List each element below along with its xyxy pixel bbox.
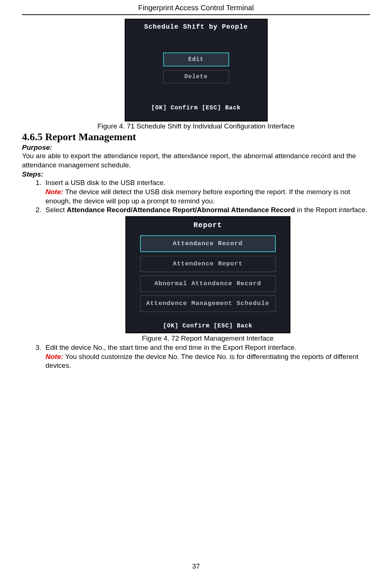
page-number: 37 — [0, 562, 392, 570]
step-2-post: in the Report interface. — [295, 206, 367, 214]
step-3: Edit the device No., the start time and … — [43, 343, 370, 370]
device-footer-hint: [OK] Confirm [ESC] Back — [126, 316, 290, 333]
device-screenshot-report: Report Attendance Record Attendence Repo… — [125, 216, 290, 333]
edit-button[interactable]: Edit — [163, 52, 229, 66]
device-footer-hint: [OK] Confirm [ESC] Back — [125, 98, 267, 114]
abnormal-attendance-record-button[interactable]: Abnormal Attendence Record — [140, 276, 276, 292]
purpose-label: Purpose: — [22, 144, 370, 152]
device-screenshot-schedule-shift: Schedule Shift by People Edit Delete [OK… — [125, 19, 268, 121]
attendance-report-button[interactable]: Attendence Report — [140, 256, 276, 272]
step-1-text: Insert a USB disk to the USB interface. — [45, 179, 165, 186]
step-2-pre: Select — [45, 206, 67, 214]
purpose-text: You are able to export the attendance re… — [22, 152, 370, 170]
steps-label: Steps: — [22, 170, 370, 178]
device-screen-title: Report — [126, 217, 290, 235]
step-3-note-text: You should customize the device No. The … — [45, 353, 358, 370]
note-label: Note: — [45, 353, 63, 360]
note-label: Note: — [45, 188, 63, 196]
attendance-record-button[interactable]: Attendance Record — [140, 235, 276, 252]
attendance-management-schedule-button[interactable]: Attendence Management Schedule — [140, 295, 276, 312]
page-header-title: Fingerprint Access Control Terminal — [22, 0, 370, 14]
header-divider — [22, 14, 370, 15]
figure-caption-72: Figure 4. 72 Report Management Interface — [45, 334, 370, 343]
step-3-text: Edit the device No., the start time and … — [45, 344, 296, 351]
steps-list: Insert a USB disk to the USB interface. … — [22, 178, 370, 370]
section-heading-report-management: 4.6.5 Report Management — [22, 131, 370, 143]
device-screen-title: Schedule Shift by People — [125, 19, 267, 41]
figure-caption-71: Figure 4. 71 Schedule Shift by Individua… — [22, 122, 370, 130]
step-2: Select Attendance Record/Attendance Repo… — [43, 206, 370, 343]
step-1-note-text: The device will detect the USB disk memo… — [45, 188, 350, 205]
delete-button[interactable]: Delete — [163, 70, 229, 83]
step-1: Insert a USB disk to the USB interface. … — [43, 178, 370, 206]
step-2-bold: Attendance Record/Attendance Report/Abno… — [67, 206, 295, 214]
